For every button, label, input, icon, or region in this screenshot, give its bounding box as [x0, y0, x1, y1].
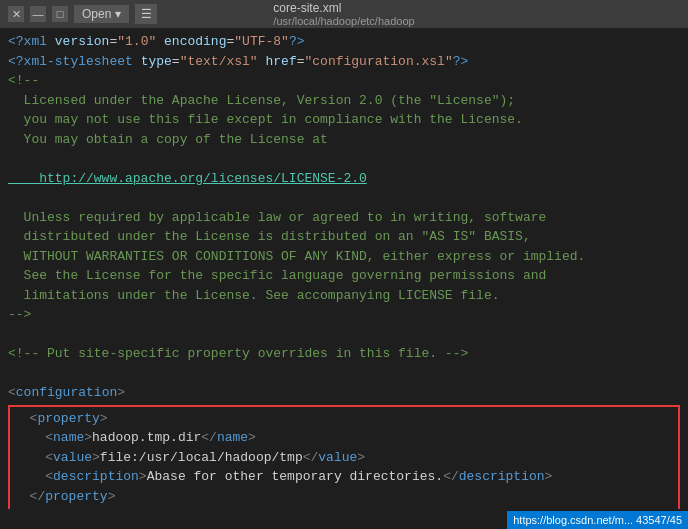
comment-line-3: You may obtain a copy of the License at: [8, 130, 680, 150]
minimize-button[interactable]: —: [30, 6, 46, 22]
blank-line-4: [8, 364, 680, 384]
property-2-open: <property>: [14, 506, 674, 509]
xml-stylesheet: <?xml-stylesheet type="text/xsl" href="c…: [8, 52, 680, 72]
maximize-button[interactable]: □: [52, 6, 68, 22]
comment-line-4: Unless required by applicable law or agr…: [8, 208, 680, 228]
close-button[interactable]: ✕: [8, 6, 24, 22]
menu-icon-button[interactable]: ☰: [135, 4, 157, 24]
comment-end: -->: [8, 305, 680, 325]
window-title: core-site.xml /usr/local/hadoop/etc/hado…: [273, 1, 414, 27]
properties-section: <property> <name>hadoop.tmp.dir</name> <…: [8, 405, 680, 510]
value-hadoop-tmp: <value>file:/usr/local/hadoop/tmp</value…: [14, 448, 674, 468]
configuration-open: <configuration>: [8, 383, 680, 403]
site-comment: <!-- Put site-specific property override…: [8, 344, 680, 364]
comment-line-8: limitations under the License. See accom…: [8, 286, 680, 306]
comment-line-1: Licensed under the Apache License, Versi…: [8, 91, 680, 111]
title-bar: ✕ — □ Open ▾ ☰ core-site.xml /usr/local/…: [0, 0, 688, 28]
blank-line-3: [8, 325, 680, 345]
comment-line-6: WITHOUT WARRANTIES OR CONDITIONS OF ANY …: [8, 247, 680, 267]
open-button[interactable]: Open ▾: [74, 5, 129, 23]
property-1-close: </property>: [14, 487, 674, 507]
comment-start: <!--: [8, 71, 680, 91]
comment-line-5: distributed under the License is distrib…: [8, 227, 680, 247]
comment-line-2: you may not use this file except in comp…: [8, 110, 680, 130]
window-controls: ✕ — □ Open ▾ ☰: [8, 4, 157, 24]
comment-line-7: See the License for the specific languag…: [8, 266, 680, 286]
description-hadoop-tmp: <description>Abase for other temporary d…: [14, 467, 674, 487]
status-bar: https://blog.csdn.net/m... 43547/45: [507, 511, 688, 529]
editor-content: <?xml version="1.0" encoding="UTF-8"?> <…: [0, 28, 688, 509]
name-hadoop-tmp: <name>hadoop.tmp.dir</name>: [14, 428, 674, 448]
blank-line-1: [8, 149, 680, 169]
property-1-open: <property>: [14, 409, 674, 429]
xml-declaration: <?xml version="1.0" encoding="UTF-8"?>: [8, 32, 680, 52]
blank-line-2: [8, 188, 680, 208]
license-link[interactable]: http://www.apache.org/licenses/LICENSE-2…: [8, 169, 680, 189]
